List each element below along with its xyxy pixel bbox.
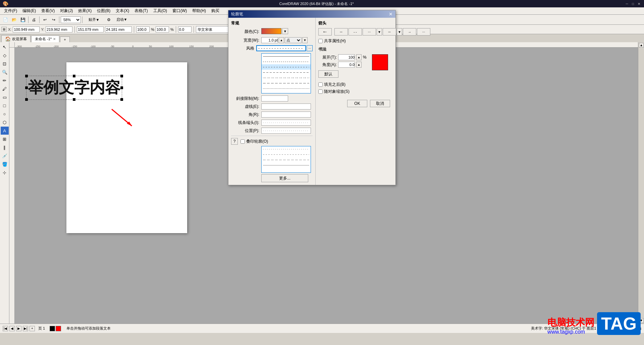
style-list[interactable]: [261, 53, 311, 93]
selection-handle-tr[interactable]: [120, 75, 123, 77]
menu-tools[interactable]: 工具(O): [151, 7, 170, 14]
style-list-item-selected[interactable]: [262, 64, 311, 70]
style-list-item[interactable]: [262, 86, 311, 91]
dialog-title-bar[interactable]: 轮廓笔 ✕: [228, 10, 395, 18]
ellipse-tool[interactable]: ○: [1, 110, 9, 118]
width-unit-dropdown[interactable]: ▼: [302, 37, 308, 43]
menu-bitmap[interactable]: 位图(B): [94, 7, 113, 14]
menu-window[interactable]: 窗口(W): [170, 7, 190, 14]
x-input[interactable]: [13, 26, 40, 32]
menu-effects[interactable]: 效果(X): [75, 7, 94, 14]
menu-text[interactable]: 文本(X): [113, 7, 132, 14]
home-tab[interactable]: 🏠 欢迎屏幕: [1, 35, 31, 42]
selection-handle-bl[interactable]: [25, 98, 28, 101]
print-button[interactable]: 🖨: [30, 16, 38, 24]
eyedropper-tool[interactable]: 💉: [1, 152, 9, 160]
menu-table[interactable]: 表格(T): [132, 7, 150, 14]
prev-page-button[interactable]: ◀: [9, 326, 15, 331]
add-page-button[interactable]: +: [30, 326, 35, 331]
style-list-item[interactable]: [262, 54, 311, 59]
open-button[interactable]: 📂: [10, 16, 18, 24]
text-tool active[interactable]: A: [1, 127, 9, 135]
more-button[interactable]: 更多...: [261, 174, 308, 182]
miter-input[interactable]: [261, 95, 288, 101]
select-tool[interactable]: ↖: [1, 43, 9, 51]
menu-edit[interactable]: 编辑(E): [20, 7, 39, 14]
angle-spinner[interactable]: ▲: [356, 62, 362, 68]
crop-tool[interactable]: ⊡: [1, 60, 9, 68]
zoom-select[interactable]: 58% 100% 50%: [61, 16, 81, 23]
position-control[interactable]: [261, 128, 311, 134]
document-tab[interactable]: 未命名 -1* ✕: [31, 36, 59, 42]
tab-close-icon[interactable]: ✕: [53, 37, 56, 41]
fill-after-checkbox[interactable]: [318, 82, 323, 87]
selection-handle-bm[interactable]: [73, 98, 75, 101]
expand-input[interactable]: [338, 54, 355, 60]
width-input[interactable]: [261, 37, 278, 43]
print-outline-checkbox[interactable]: [240, 139, 245, 144]
selection-handle-tm[interactable]: [73, 75, 75, 77]
width-unit-select[interactable]: 点 mm: [285, 37, 302, 43]
color-dropdown-button[interactable]: ▼: [282, 28, 288, 34]
shape-library-tool[interactable]: ▭: [1, 93, 9, 101]
width-spinner-up[interactable]: ▲: [279, 37, 284, 43]
rect-tool[interactable]: □: [1, 101, 9, 110]
lineend-control[interactable]: [261, 120, 311, 126]
scale-with-checkbox[interactable]: [318, 89, 323, 94]
menu-object[interactable]: 对象(J): [57, 7, 75, 14]
selection-handle-br[interactable]: [120, 98, 123, 101]
style-dropdown[interactable]: [256, 45, 306, 51]
selection-handle-tl[interactable]: [25, 75, 28, 77]
undo-button[interactable]: ↩: [41, 16, 49, 24]
scale-w-input[interactable]: [136, 26, 150, 32]
dash-control[interactable]: [261, 104, 311, 110]
selection-handle-ml[interactable]: [25, 86, 28, 89]
style-list-item[interactable]: [262, 59, 311, 64]
menu-file[interactable]: 文件(F): [1, 7, 20, 14]
lang-indicator[interactable]: CH ♪ 简: [599, 325, 616, 332]
cancel-button[interactable]: 取消: [370, 100, 390, 107]
arrow-dropdown-2[interactable]: ▼: [397, 28, 402, 36]
expand-spinner[interactable]: ▲: [356, 54, 362, 60]
table-tool[interactable]: ⊞: [1, 135, 9, 143]
share-prop-check[interactable]: 共享属性(H): [318, 38, 390, 44]
corner-control[interactable]: [261, 112, 311, 118]
dialog-close-button[interactable]: ✕: [389, 11, 393, 17]
line-style-btn-1[interactable]: ─: [334, 28, 348, 36]
arrow-end-btn[interactable]: →: [403, 28, 416, 36]
line-style-btn-3[interactable]: ···: [363, 28, 376, 36]
w-input[interactable]: [77, 26, 104, 32]
scale-with-check[interactable]: 随对象缩放(S): [318, 89, 390, 94]
ok-button[interactable]: OK: [347, 100, 367, 107]
polygon-tool[interactable]: ⬡: [1, 118, 9, 126]
angle-input[interactable]: [178, 26, 192, 32]
fill-tool[interactable]: 🪣: [1, 160, 9, 168]
interactive-tool[interactable]: ⊹: [1, 168, 9, 177]
share-prop-checkbox[interactable]: [318, 39, 323, 43]
start-arrow-left-btn[interactable]: ←: [318, 28, 332, 36]
add-tab-button[interactable]: +: [60, 37, 69, 42]
freehand-tool[interactable]: ✏: [1, 76, 9, 84]
arrow-more-btn[interactable]: ···: [417, 28, 430, 36]
line-style-btn-4[interactable]: ─: [383, 28, 396, 36]
scale-h-input[interactable]: [156, 26, 169, 32]
y-input[interactable]: [46, 26, 72, 32]
menu-view[interactable]: 查看(V): [39, 7, 57, 14]
style-more-button[interactable]: ···: [307, 45, 313, 51]
new-button[interactable]: 📄: [1, 16, 9, 24]
default-button[interactable]: 默认: [318, 70, 338, 78]
shape-tool[interactable]: ◇: [1, 51, 9, 59]
fill-color-swatch[interactable]: [50, 326, 55, 331]
maximize-button[interactable]: □: [631, 1, 635, 6]
first-page-button[interactable]: |◀: [3, 326, 8, 331]
line-style-btn-2[interactable]: - -: [348, 28, 362, 36]
parallel-tool[interactable]: ∥: [1, 143, 9, 151]
snap-button[interactable]: 贴齐▼: [84, 16, 104, 24]
angle-input[interactable]: [338, 62, 355, 68]
save-button[interactable]: 💾: [19, 16, 27, 24]
canvas-text-object[interactable]: 举例文字内容: [28, 79, 120, 96]
menu-help[interactable]: 帮助(H): [190, 7, 209, 14]
arrow-dropdown-1[interactable]: ▼: [377, 28, 382, 36]
minimize-button[interactable]: ─: [625, 1, 629, 6]
scroll-up-button[interactable]: ▲: [639, 43, 644, 48]
